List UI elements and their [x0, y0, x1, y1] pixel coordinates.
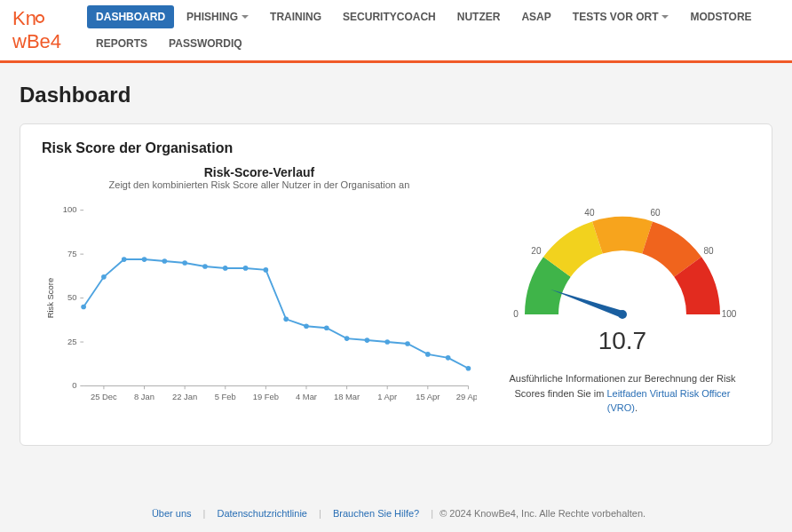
nav-asap[interactable]: ASAP: [512, 5, 559, 28]
svg-text:0: 0: [513, 309, 519, 319]
topbar: KnwBe4 DASHBOARDPHISHINGTRAININGSECURITY…: [0, 0, 792, 63]
svg-text:100: 100: [63, 204, 77, 214]
nav-dashboard[interactable]: DASHBOARD: [87, 5, 174, 28]
chart-subtitle: Zeigt den kombinierten Risk Score aller …: [42, 179, 477, 190]
svg-point-41: [264, 267, 269, 273]
footer-copyright: © 2024 KnowBe4, Inc. Alle Rechte vorbeha…: [440, 508, 645, 519]
svg-marker-58: [550, 290, 624, 318]
svg-text:25 Dec: 25 Dec: [91, 392, 117, 401]
gauge: 020406080100: [507, 190, 738, 332]
svg-text:80: 80: [703, 246, 714, 256]
svg-point-36: [162, 258, 168, 264]
svg-text:29 Apr: 29 Apr: [456, 392, 477, 401]
chevron-down-icon: [661, 15, 669, 19]
page-title: Dashboard: [20, 83, 772, 107]
logo: KnwBe4: [12, 7, 78, 53]
nav-reports[interactable]: REPORTS: [87, 32, 156, 55]
svg-point-42: [283, 316, 289, 322]
line-chart: 025507510025 Dec8 Jan22 Jan5 Feb19 Feb4 …: [42, 195, 477, 417]
svg-point-34: [122, 257, 127, 262]
svg-point-49: [425, 352, 431, 357]
svg-point-44: [324, 325, 329, 330]
footer: Über uns | Datenschutzrichtlinie | Brauc…: [0, 481, 792, 528]
gauge-value: 10.7: [598, 327, 647, 355]
svg-text:50: 50: [67, 292, 76, 302]
svg-point-38: [202, 264, 208, 269]
svg-text:100: 100: [722, 309, 737, 319]
nav-tests-vor-ort[interactable]: TESTS VOR ORT: [564, 5, 678, 28]
chart-container: Risk-Score-Verlauf Zeigt den kombinierte…: [42, 165, 477, 420]
svg-text:20: 20: [531, 246, 542, 256]
svg-text:5 Feb: 5 Feb: [215, 392, 236, 401]
nav-phishing[interactable]: PHISHING: [178, 5, 257, 28]
gauge-description: Ausführliche Informationen zur Berechnun…: [507, 371, 738, 416]
footer-help[interactable]: Brauchen Sie Hilfe?: [333, 508, 419, 519]
svg-point-47: [384, 339, 390, 345]
nav-securitycoach[interactable]: SECURITYCOACH: [334, 5, 445, 28]
gauge-container: 020406080100 10.7 Ausführliche Informati…: [495, 165, 750, 420]
gauge-link[interactable]: Leitfaden Virtual Risk Officer (VRO): [606, 388, 730, 414]
svg-text:40: 40: [584, 208, 595, 218]
svg-point-37: [182, 260, 187, 266]
svg-point-48: [405, 341, 410, 346]
svg-text:1 Apr: 1 Apr: [377, 392, 397, 401]
svg-point-39: [223, 266, 228, 271]
svg-text:4 Mar: 4 Mar: [296, 392, 317, 401]
nav-training[interactable]: TRAINING: [261, 5, 330, 28]
svg-text:Risk Score: Risk Score: [45, 278, 55, 318]
footer-privacy[interactable]: Datenschutzrichtlinie: [218, 508, 308, 519]
chevron-down-icon: [242, 15, 249, 19]
footer-about[interactable]: Über uns: [152, 508, 192, 519]
svg-text:25: 25: [67, 337, 76, 346]
svg-text:75: 75: [67, 249, 76, 258]
svg-point-46: [365, 337, 370, 343]
nav-modstore[interactable]: MODSTORE: [681, 5, 760, 28]
svg-text:0: 0: [72, 380, 76, 390]
chart-title: Risk-Score-Verlauf: [42, 165, 477, 179]
main-nav: DASHBOARDPHISHINGTRAININGSECURITYCOACHNU…: [87, 5, 780, 55]
svg-point-43: [304, 323, 309, 329]
page: Dashboard Risk Score der Organisation Ri…: [0, 63, 792, 481]
svg-text:8 Jan: 8 Jan: [134, 392, 154, 401]
svg-point-40: [243, 266, 249, 271]
svg-point-35: [142, 257, 147, 262]
svg-point-50: [446, 355, 451, 361]
nav-passwordiq[interactable]: PASSWORDIQ: [160, 32, 250, 55]
svg-text:15 Apr: 15 Apr: [416, 392, 440, 401]
svg-point-45: [345, 336, 350, 341]
svg-text:60: 60: [650, 208, 661, 218]
svg-point-59: [618, 310, 627, 319]
svg-text:22 Jan: 22 Jan: [172, 392, 197, 401]
nav-nutzer[interactable]: NUTZER: [448, 5, 510, 28]
svg-point-32: [81, 305, 86, 310]
svg-point-51: [466, 366, 471, 371]
svg-text:19 Feb: 19 Feb: [253, 392, 279, 401]
svg-point-33: [101, 274, 107, 280]
svg-text:18 Mar: 18 Mar: [334, 392, 360, 401]
card-title: Risk Score der Organisation: [42, 140, 750, 156]
risk-score-card: Risk Score der Organisation Risk-Score-V…: [20, 123, 772, 446]
